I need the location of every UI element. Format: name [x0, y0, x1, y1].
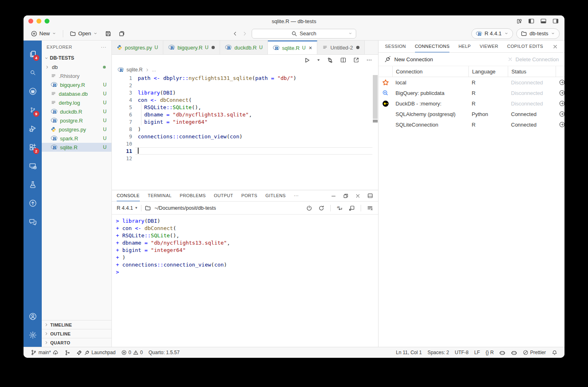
encoding-status[interactable]: UTF-8	[452, 350, 471, 355]
activity-item-search[interactable]	[24, 63, 42, 82]
connect-arrow-button[interactable]	[559, 90, 564, 96]
save-button[interactable]	[103, 29, 114, 38]
editor-tab-postgres-py[interactable]: postgres.pyU	[112, 41, 163, 54]
run-dropdown[interactable]	[317, 58, 320, 62]
connect-arrow-button[interactable]	[559, 111, 564, 117]
connection-row-bigquery-publicdata[interactable]: BigQuery: publicdataRDisconnected	[378, 88, 564, 98]
eol-status[interactable]: LF	[471, 350, 483, 355]
indentation-status[interactable]: Spaces: 2	[425, 350, 452, 355]
activity-item-source-control[interactable]: 9	[24, 101, 42, 119]
activity-item-remote-explorer[interactable]	[24, 157, 42, 175]
editor-tab-bigquery-r[interactable]: Rbigquery.RU	[163, 41, 220, 54]
right-tab-session[interactable]: SESSION	[385, 41, 406, 52]
activity-item-testing[interactable]	[24, 175, 42, 194]
delete-connection-button[interactable]: Delete Connection	[507, 56, 559, 62]
connect-arrow-button[interactable]	[559, 79, 564, 86]
branch-status[interactable]: main*	[28, 349, 62, 356]
file-item-sqlite-r[interactable]: Rsqlite.RU	[42, 143, 111, 152]
panel-tab-ports[interactable]: PORTS	[241, 190, 257, 201]
move-to-editor-button[interactable]: ab	[336, 205, 343, 211]
activity-item-comments[interactable]	[24, 213, 42, 231]
file-item-postgres-py[interactable]: postgres.pyU	[42, 125, 111, 134]
launchpad-status[interactable]: Launchpad	[73, 350, 118, 356]
panel-layout-button[interactable]	[367, 193, 373, 199]
sidebar-section-timeline[interactable]: TIMELINE	[42, 320, 111, 329]
connection-row-local[interactable]: localRDisconnected	[378, 77, 564, 88]
split-editor-button[interactable]	[340, 57, 346, 63]
save-all-button[interactable]	[116, 29, 128, 38]
search-input[interactable]: Search	[252, 29, 356, 39]
file-item-bigquery-r[interactable]: Rbigquery.RU	[42, 80, 111, 89]
chevron-right-nav-icon[interactable]	[242, 31, 248, 37]
editor-tab-sqlite-r[interactable]: Rsqlite.RU×	[268, 41, 317, 54]
activity-item-run-debug[interactable]	[24, 119, 42, 138]
connection-row-sqlalchemy-postgresql-[interactable]: SQLAlchemy (postgresql)PythonConnected	[378, 109, 564, 119]
activity-item-settings[interactable]	[24, 326, 42, 344]
right-tab-help[interactable]: HELP	[458, 41, 470, 52]
file-item-db[interactable]: db	[42, 62, 111, 71]
connection-row-sqliteconnection[interactable]: SQLiteConnectionRConnected	[378, 119, 564, 130]
cursor-position-status[interactable]: Ln 11, Col 1	[393, 350, 425, 355]
minimize-panel-button[interactable]	[331, 193, 336, 199]
activity-item-explorer[interactable]: 4	[24, 45, 42, 63]
notifications-status[interactable]	[549, 350, 560, 356]
breadcrumb[interactable]: R sqlite.R ...	[112, 65, 378, 74]
copilot-status[interactable]	[496, 350, 508, 356]
interpreter-selector[interactable]: R R 4.4.1	[471, 28, 513, 39]
explorer-more-actions[interactable]: ···	[101, 45, 107, 49]
new-connection-button[interactable]: New Connection	[384, 56, 433, 63]
file-item-duckdb-r[interactable]: Rduckdb.RU	[42, 107, 111, 116]
close-panel-button[interactable]	[355, 193, 361, 199]
panel-tab-gitlens[interactable]: GITLENS	[265, 190, 286, 201]
new-button[interactable]: New	[28, 29, 59, 38]
panel-tab-problems[interactable]: PROBLEMS	[180, 190, 205, 201]
prettier-status[interactable]: Prettier	[520, 350, 549, 355]
source-file-button[interactable]	[327, 57, 334, 64]
file-item-derby-log[interactable]: derby.logU	[42, 98, 111, 107]
open-button[interactable]: Open	[67, 29, 100, 38]
panel-bottom-icon[interactable]	[540, 18, 547, 24]
close-tab-icon[interactable]: ×	[309, 45, 312, 51]
explorer-root-folder[interactable]: DB-TESTS	[42, 54, 111, 62]
activity-item-publish[interactable]	[24, 194, 42, 213]
close-right-panel-button[interactable]	[552, 44, 558, 49]
file-item-spark-r[interactable]: Rspark.RU	[42, 134, 111, 143]
console-output[interactable]: > library(DBI)+ con <- dbConnect(+ RSQLi…	[112, 215, 378, 276]
panel-tab-terminal[interactable]: TERMINAL	[148, 190, 172, 201]
activity-item-account[interactable]	[24, 307, 42, 326]
restore-panel-button[interactable]	[343, 193, 349, 199]
copilot-status-2[interactable]	[508, 350, 520, 356]
right-tab-connections[interactable]: CONNECTIONS	[415, 41, 450, 52]
run-button[interactable]	[304, 57, 310, 64]
duplicate-console-button[interactable]	[349, 205, 355, 211]
sidebar-section-outline[interactable]: OUTLINE	[42, 329, 111, 338]
file-item-database-db[interactable]: database.dbU	[42, 89, 111, 98]
console-interpreter[interactable]: R 4.4.1 ▼	[117, 205, 138, 211]
restart-console-button[interactable]	[318, 205, 325, 211]
code-editor[interactable]: 1path <- dbplyr::nycflights131_sqlite(pa…	[112, 74, 378, 190]
shutdown-console-button[interactable]	[306, 205, 312, 211]
right-tab-viewer[interactable]: VIEWER	[480, 41, 498, 52]
open-window-button[interactable]	[353, 57, 359, 63]
chevron-left-icon[interactable]	[232, 31, 238, 37]
panel-right-icon[interactable]	[552, 18, 559, 24]
sidebar-section-quarto[interactable]: QUARTO	[42, 338, 111, 347]
file-item--rhistory[interactable]: .Rhistory	[42, 71, 111, 80]
panel-tab--[interactable]: ···	[294, 190, 299, 201]
quarto-status[interactable]: Quarto: 1.5.57	[145, 350, 182, 355]
editor-tab-duckdb-r[interactable]: Rduckdb.RU	[220, 41, 268, 54]
activity-item-extensions[interactable]: 2	[24, 138, 42, 157]
panel-tab-console[interactable]: CONSOLE	[117, 190, 140, 201]
panel-tab-output[interactable]: OUTPUT	[214, 190, 233, 201]
workspace-selector[interactable]: db-tests	[516, 28, 560, 39]
editor-tab-untitled-2[interactable]: Untitled-2	[317, 41, 365, 54]
layout-grid-icon[interactable]	[516, 18, 522, 24]
right-tab-copilot-edits[interactable]: COPILOT EDITS	[507, 41, 543, 52]
file-item-postgre-r[interactable]: Rpostgre.RU	[42, 116, 111, 125]
connect-arrow-button[interactable]	[559, 100, 564, 107]
problems-status[interactable]: 00	[118, 350, 145, 355]
clear-console-button[interactable]	[367, 205, 373, 211]
panel-left-icon[interactable]	[528, 18, 535, 24]
language-status[interactable]: {} R	[483, 350, 496, 355]
activity-item-github[interactable]	[24, 82, 42, 101]
